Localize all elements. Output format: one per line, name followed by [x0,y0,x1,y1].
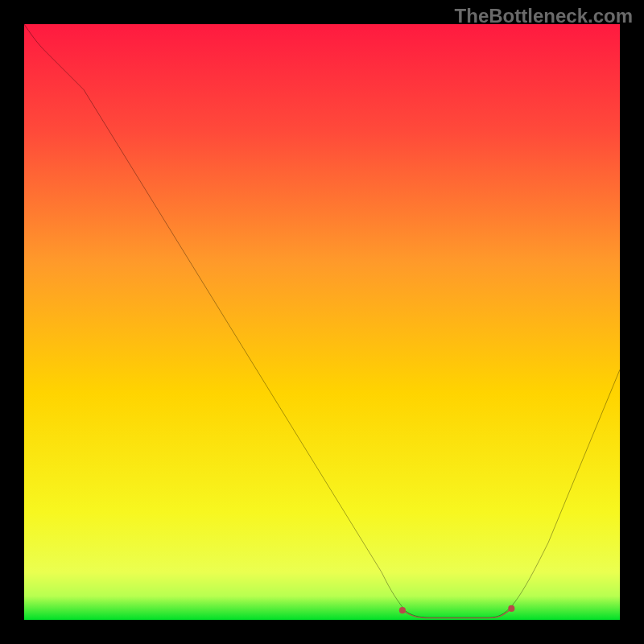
flat-region-end-left [399,607,406,613]
watermark-text: TheBottleneck.com [455,5,633,27]
chart-plot-area [24,24,620,620]
bottleneck-curve-line [24,24,620,617]
flat-region-end-right [508,605,514,612]
chart-curve [24,24,620,620]
